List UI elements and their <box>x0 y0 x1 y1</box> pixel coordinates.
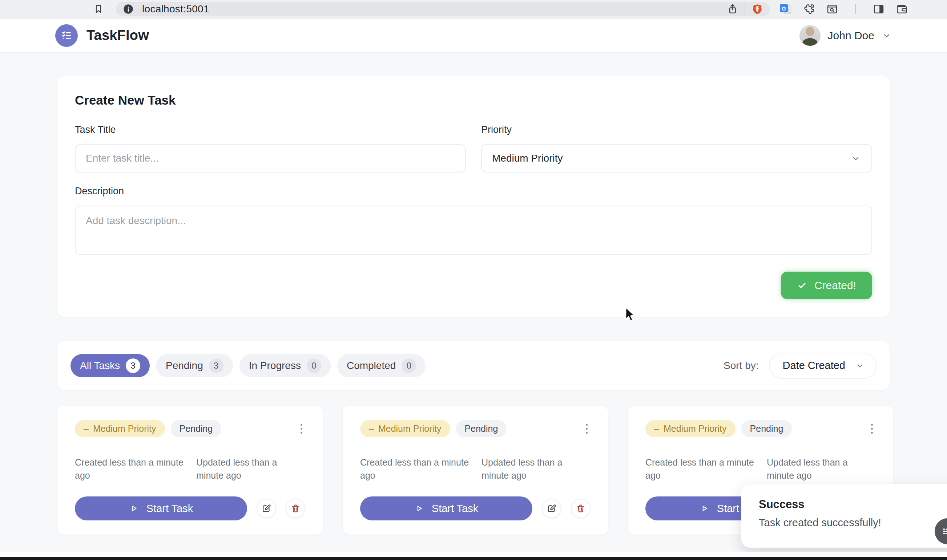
status-badge: Pending <box>456 420 507 437</box>
priority-badge-label: Medium Priority <box>378 423 441 434</box>
tab-completed[interactable]: Completed 0 <box>337 354 426 377</box>
tab-count-badge: 0 <box>307 358 321 373</box>
start-task-button[interactable]: Start Task <box>75 497 247 520</box>
bottom-edge-bar <box>0 557 947 560</box>
play-icon <box>129 504 139 513</box>
browser-toolbar: localhost:5001 文 G <box>0 0 947 18</box>
priority-dash-icon: – <box>83 423 89 434</box>
delete-task-button[interactable] <box>285 498 305 518</box>
user-name: John Doe <box>828 29 875 42</box>
site-info-icon[interactable] <box>122 3 134 15</box>
browser-extensions-area: 文 G <box>779 3 908 15</box>
priority-badge: – Medium Priority <box>75 420 165 437</box>
page-title: TaskFlow <box>86 28 149 43</box>
task-menu-kebab-icon[interactable] <box>298 421 305 437</box>
sort-select[interactable]: Date Created <box>769 352 877 379</box>
create-task-title: Create New Task <box>75 93 872 108</box>
sort-controls: Sort by: Date Created <box>723 352 876 379</box>
priority-dash-icon: – <box>369 423 374 434</box>
tab-in-progress[interactable]: In Progress 0 <box>239 354 331 377</box>
tab-label: In Progress <box>249 360 301 372</box>
updated-timestamp: Updated less than a minute ago <box>767 456 876 482</box>
filter-bar: All Tasks 3 Pending 3 In Progress 0 Comp… <box>57 341 890 390</box>
priority-label: Priority <box>481 124 872 135</box>
url-text: localhost:5001 <box>142 3 209 15</box>
create-task-card: Create New Task Task Title Priority Medi… <box>57 76 890 317</box>
task-menu-kebab-icon[interactable] <box>868 421 876 437</box>
toolbar-divider <box>855 4 856 14</box>
edit-task-button[interactable] <box>542 498 561 518</box>
task-title-input[interactable] <box>75 144 466 172</box>
description-textarea[interactable] <box>75 206 872 255</box>
task-card: – Medium Priority Pending Created less t… <box>57 406 323 535</box>
filter-tabs: All Tasks 3 Pending 3 In Progress 0 Comp… <box>71 354 426 377</box>
create-task-button-label: Created! <box>814 279 856 292</box>
start-task-button[interactable]: Start Task <box>360 497 532 520</box>
brand: TaskFlow <box>55 24 149 47</box>
app-header: TaskFlow John Doe <box>0 18 947 53</box>
tab-label: Completed <box>347 360 396 372</box>
priority-badge-label: Medium Priority <box>93 423 156 434</box>
sidebar-toggle-icon[interactable] <box>873 3 885 15</box>
task-menu-kebab-icon[interactable] <box>583 421 591 437</box>
check-icon <box>797 280 807 291</box>
toast-title: Success <box>759 498 947 511</box>
user-menu[interactable]: John Doe <box>799 25 892 46</box>
created-timestamp: Created less than a minute ago <box>75 456 184 482</box>
main-content: Create New Task Task Title Priority Medi… <box>0 53 947 535</box>
extensions-puzzle-icon[interactable] <box>803 3 815 15</box>
status-badge: Pending <box>171 420 222 437</box>
tab-count-badge: 3 <box>126 358 140 373</box>
wallet-icon[interactable] <box>896 3 908 15</box>
avatar <box>799 25 821 46</box>
chevron-down-icon <box>855 361 865 371</box>
tab-label: Pending <box>166 360 203 372</box>
brave-shields-icon[interactable] <box>751 3 763 15</box>
tab-count-badge: 0 <box>401 358 416 373</box>
create-task-button[interactable]: Created! <box>781 272 872 299</box>
created-timestamp: Created less than a minute ago <box>360 456 469 482</box>
start-task-label: Start Task <box>432 503 478 515</box>
bookmark-icon[interactable] <box>93 3 104 15</box>
edit-task-button[interactable] <box>256 498 276 518</box>
start-task-label: Start Task <box>147 503 193 515</box>
sort-by-label: Sort by: <box>723 360 759 372</box>
tab-pending[interactable]: Pending 3 <box>156 354 233 377</box>
chevron-down-icon <box>882 31 892 41</box>
priority-selected-value: Medium Priority <box>492 152 850 164</box>
sort-selected-value: Date Created <box>783 360 845 372</box>
chevron-down-icon <box>850 153 861 164</box>
app-logo-checklist-icon <box>55 24 78 47</box>
task-card: – Medium Priority Pending Created less t… <box>343 406 608 535</box>
priority-badge: – Medium Priority <box>360 420 450 437</box>
share-icon[interactable] <box>726 3 739 15</box>
translate-icon[interactable]: 文 G <box>779 3 792 15</box>
updated-timestamp: Updated less than a minute ago <box>196 456 305 482</box>
priority-badge-label: Medium Priority <box>663 423 727 434</box>
bottom-strip <box>0 552 947 557</box>
tab-all-tasks[interactable]: All Tasks 3 <box>71 354 150 377</box>
toolbar-divider <box>745 4 745 14</box>
priority-select[interactable]: Medium Priority <box>481 144 872 172</box>
success-toast: Success Task created successfully! <box>741 484 947 548</box>
priority-badge: – Medium Priority <box>645 420 736 437</box>
tab-label: All Tasks <box>80 360 120 372</box>
priority-dash-icon: – <box>654 423 659 434</box>
toast-message: Task created successfully! <box>759 517 947 529</box>
tab-search-icon[interactable] <box>826 3 838 15</box>
task-title-label: Task Title <box>75 124 466 135</box>
created-timestamp: Created less than a minute ago <box>645 456 754 482</box>
play-icon <box>700 504 709 513</box>
updated-timestamp: Updated less than a minute ago <box>481 456 591 482</box>
delete-task-button[interactable] <box>571 498 591 518</box>
address-bar[interactable]: localhost:5001 <box>116 2 770 16</box>
description-label: Description <box>75 186 872 197</box>
tab-count-badge: 3 <box>209 358 224 373</box>
status-badge: Pending <box>741 420 792 437</box>
svg-text:G: G <box>782 5 786 12</box>
play-icon <box>414 504 424 513</box>
